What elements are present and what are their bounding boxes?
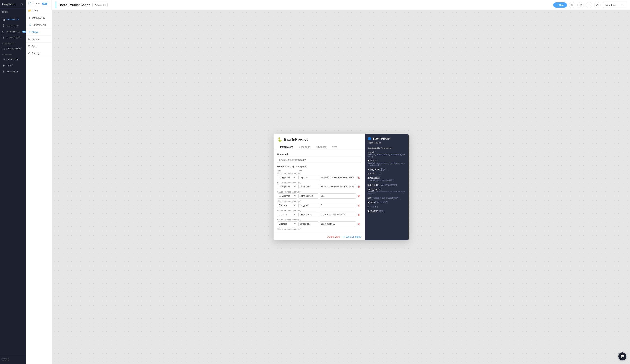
run-button[interactable]: ▶ Run: [553, 2, 567, 8]
topbar-accent: [56, 2, 56, 8]
modal-python-icon: 🐍: [277, 137, 282, 142]
sidebar-item-containers[interactable]: ⬚ CONTAINERS: [0, 45, 26, 51]
col-key-label: Key: [299, 169, 319, 171]
second-sidebar-papers[interactable]: 📄 Papers NEW: [26, 0, 52, 7]
tab-parameters[interactable]: Parameters: [277, 144, 296, 150]
val-input-2[interactable]: [320, 193, 356, 199]
second-sidebar-settings[interactable]: ⚙ Settings: [26, 50, 52, 57]
flows-label: Flows: [32, 31, 38, 33]
blueprints-icon: ⊞: [2, 30, 4, 33]
key-input-5[interactable]: [298, 221, 318, 226]
delete-row-0[interactable]: 🗑: [357, 175, 361, 180]
type-select-1[interactable]: Categorical Discrete: [277, 184, 297, 189]
version-chevron-icon: ▾: [105, 4, 106, 6]
delete-row-4[interactable]: 🗑: [357, 212, 361, 217]
save-changes-button[interactable]: ⊙ Save Changes: [342, 235, 361, 238]
param-inputs-5: Categorical Discrete 🗑: [277, 221, 361, 226]
second-sidebar-apps[interactable]: ⊞ Apps: [26, 43, 52, 50]
copy-button[interactable]: ⧉: [569, 2, 575, 8]
key-input-0[interactable]: [298, 175, 318, 180]
code-button[interactable]: </>: [594, 2, 600, 8]
config-param-momentum: momentum [ 0.9 ]: [368, 210, 406, 212]
compute-label: COMPUTE: [6, 58, 18, 61]
chat-button[interactable]: 💬: [618, 352, 626, 360]
type-select-0[interactable]: Categorical Discrete: [277, 175, 297, 180]
delete-row-2[interactable]: 🗑: [357, 194, 361, 198]
close-sidebar-button[interactable]: ✕: [21, 2, 23, 6]
sidebar-item-blueprints[interactable]: ⊞ BLUEPRINTS BETA: [0, 28, 26, 35]
key-input-1[interactable]: [298, 184, 318, 189]
workspaces-label: Workspaces: [32, 16, 45, 19]
sidebar-item-datasets[interactable]: 🗄 DATASETS: [0, 22, 26, 28]
config-param-metrics: metrics [ "accuracy" ]: [368, 201, 406, 204]
clock-button[interactable]: ⏱: [578, 2, 584, 8]
team-icon: ◉: [2, 64, 5, 67]
config-param-using_default: using_default [ "yes" ]: [368, 168, 406, 171]
save-circle-icon: ⊙: [342, 235, 345, 238]
sidebar-item-projects[interactable]: ◫ PROJECTS: [0, 16, 26, 22]
type-select-3[interactable]: Categorical Discrete: [277, 203, 297, 208]
config-param-loss: loss [ "categorical_crossentropy" ]: [368, 197, 406, 199]
type-select-2[interactable]: Categorical Discrete: [277, 193, 297, 199]
delete-card-button[interactable]: Delete Card: [327, 235, 340, 238]
val-input-0[interactable]: [320, 175, 356, 180]
second-sidebar-workspaces[interactable]: 🖥 Workspaces: [26, 14, 52, 21]
magic-button[interactable]: ✦: [586, 2, 592, 8]
param-row-2: Values (comma separated) Categorical Dis…: [277, 191, 361, 199]
type-select-4[interactable]: Categorical Discrete: [277, 212, 297, 217]
modal-title: Batch-Predict: [284, 137, 308, 142]
delete-row-3[interactable]: 🗑: [357, 203, 361, 208]
projects-icon: ◫: [2, 18, 5, 21]
config-param-class_names: class_names | "input/s3_connector/scene_…: [368, 188, 406, 195]
type-select-5[interactable]: Categorical Discrete: [277, 221, 297, 226]
second-sidebar-files[interactable]: 📁 Files: [26, 7, 52, 14]
experiments-label: Experiments: [33, 23, 46, 26]
config-param-img_dir: img_dir | "input/s3_connector/scene_dete…: [368, 151, 406, 158]
command-input[interactable]: [277, 157, 361, 163]
sidebar-header: blueprintsd... ✕: [0, 0, 26, 9]
compute-section: COMPUTE: [0, 51, 26, 56]
page-title: Batch Predict Scene: [58, 3, 90, 7]
task-dropdown[interactable]: New Task ▾: [603, 2, 626, 8]
modal-tabs: Parameters Conditions Advanced Yaml: [274, 142, 365, 150]
right-panel-icon: 🔵: [368, 137, 371, 140]
val-label-3: Values (comma separated): [277, 200, 361, 202]
second-sidebar-flows[interactable]: ⇢ Flows: [26, 28, 52, 35]
tab-conditions[interactable]: Conditions: [296, 144, 313, 150]
config-param-lr: lr [ "1e-4" ]: [368, 205, 406, 208]
topbar: Batch Predict Scene Version 1 ▾ ▶ Run ⧉ …: [52, 0, 630, 10]
key-input-2[interactable]: [298, 193, 318, 199]
val-label-4: Values (comma separated): [277, 209, 361, 212]
containers-section: CONTAINERS: [0, 41, 26, 45]
col-type-label: Type: [277, 169, 297, 171]
delete-row-1[interactable]: 🗑: [357, 185, 361, 189]
brand-label: blueprintsd...: [2, 3, 17, 6]
delete-row-5[interactable]: 🗑: [357, 222, 361, 226]
key-input-3[interactable]: [298, 203, 318, 208]
val-input-1[interactable]: [320, 184, 356, 189]
second-sidebar-experiments[interactable]: 🔬 Experiments: [26, 21, 52, 28]
sidebar-footer: cnvrg.io v4.7.43: [0, 355, 26, 364]
params-header: Type Key: [277, 169, 361, 171]
papers-new-badge: NEW: [42, 2, 47, 4]
tab-advanced[interactable]: Advanced: [313, 144, 330, 150]
val-input-5[interactable]: [320, 221, 356, 226]
param-row-4: Values (comma separated) Categorical Dis…: [277, 209, 361, 217]
key-input-4[interactable]: [298, 212, 318, 217]
settings-label: SETTINGS: [6, 70, 18, 73]
sidebar-item-team[interactable]: ◉ TEAM: [0, 62, 26, 68]
sidebar-item-dashboard[interactable]: ◈ DASHBOARD: [0, 35, 26, 41]
projects-label: PROJECTS: [6, 18, 19, 21]
version-dropdown[interactable]: Version 1 ▾: [92, 3, 108, 7]
val-input-3[interactable]: [320, 203, 356, 208]
sidebar-item-compute[interactable]: ⊡ COMPUTE: [0, 56, 26, 62]
canvas-area[interactable]: 🐍 Batch-Predict Parameters Conditions Ad…: [52, 10, 630, 364]
config-params-label: Configurable Parameters:: [368, 147, 406, 149]
user-label: tanay.: [0, 9, 26, 15]
sidebar-item-settings[interactable]: ⚙ SETTINGS: [0, 68, 26, 74]
param-row-3: Values (comma separated) Categorical Dis…: [277, 200, 361, 208]
settings-icon: ⚙: [2, 70, 5, 73]
tab-yaml[interactable]: Yaml: [330, 144, 340, 150]
second-sidebar-serving[interactable]: ▶ Serving: [26, 35, 52, 43]
val-input-4[interactable]: [320, 212, 356, 217]
